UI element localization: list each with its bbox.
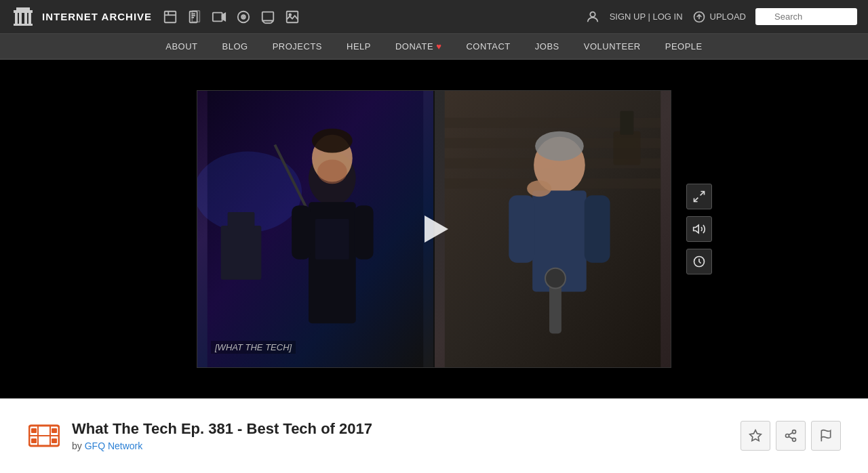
- svg-rect-1: [15, 13, 18, 24]
- play-triangle-icon: [425, 215, 448, 243]
- site-name: INTERNET ARCHIVE: [42, 11, 152, 22]
- svg-rect-2: [19, 13, 22, 24]
- info-bar: What The Tech Ep. 381 - Best Tech of 201…: [0, 398, 868, 473]
- svg-rect-51: [509, 195, 534, 263]
- svg-line-75: [789, 432, 793, 434]
- video-right-panel: [433, 91, 671, 367]
- nav-video-icon[interactable]: [212, 9, 226, 24]
- share-button[interactable]: [776, 421, 806, 451]
- nav-people[interactable]: PEOPLE: [653, 34, 715, 60]
- svg-rect-20: [262, 12, 274, 20]
- svg-rect-39: [355, 205, 374, 260]
- flag-button[interactable]: [811, 421, 841, 451]
- svg-rect-52: [585, 195, 610, 263]
- user-icon: [585, 9, 600, 24]
- favorite-button[interactable]: [741, 421, 770, 451]
- play-button[interactable]: [414, 209, 454, 249]
- archive-logo-icon: [11, 5, 35, 29]
- svg-rect-64: [31, 438, 37, 443]
- nav-right: SIGN UP | LOG IN UPLOAD 🔍: [585, 8, 857, 25]
- nav-software-icon[interactable]: [260, 9, 275, 24]
- nav-donate[interactable]: DONATE ♥: [383, 34, 454, 60]
- svg-rect-15: [213, 12, 222, 21]
- nav-web-icon[interactable]: [163, 9, 178, 24]
- nav-texts-icon[interactable]: [187, 9, 202, 24]
- svg-line-58: [701, 192, 705, 196]
- svg-rect-7: [165, 11, 176, 22]
- nav-about[interactable]: ABOUT: [153, 34, 210, 60]
- upload-label: UPLOAD: [710, 12, 746, 22]
- clock-button[interactable]: [686, 249, 712, 274]
- volume-button[interactable]: [686, 216, 712, 242]
- svg-rect-37: [315, 219, 349, 260]
- svg-point-72: [786, 434, 789, 438]
- author-link[interactable]: GFQ Network: [85, 440, 143, 451]
- svg-point-49: [535, 131, 584, 161]
- svg-point-42: [312, 129, 353, 153]
- svg-line-74: [789, 436, 793, 438]
- nav-jobs[interactable]: JOBS: [523, 34, 572, 60]
- search-wrapper[interactable]: 🔍: [755, 8, 857, 25]
- donate-heart-icon: ♥: [436, 41, 441, 52]
- svg-rect-6: [16, 7, 30, 10]
- svg-rect-3: [24, 13, 27, 24]
- nav-help[interactable]: HELP: [334, 34, 383, 60]
- svg-point-53: [527, 180, 551, 197]
- signup-login-link[interactable]: SIGN UP | LOG IN: [610, 12, 683, 22]
- svg-rect-66: [52, 438, 57, 443]
- svg-marker-16: [222, 13, 226, 20]
- item-title: What The Tech Ep. 381 - Best Tech of 201…: [72, 420, 372, 438]
- nav-audio-icon[interactable]: [236, 9, 251, 24]
- svg-rect-31: [221, 226, 262, 280]
- fullscreen-button[interactable]: [686, 184, 712, 209]
- nav-icons: [163, 9, 585, 24]
- top-navbar: INTERNET ARCHIVE: [0, 0, 868, 34]
- video-container: [WHAT THE TECH]: [197, 90, 671, 368]
- svg-marker-60: [694, 225, 698, 233]
- svg-rect-63: [31, 428, 37, 433]
- svg-marker-70: [750, 430, 762, 441]
- svg-rect-4: [28, 13, 31, 24]
- svg-point-25: [290, 14, 292, 16]
- svg-rect-56: [614, 131, 641, 165]
- action-buttons: [741, 421, 841, 451]
- nav-volunteer[interactable]: VOLUNTEER: [572, 34, 653, 60]
- by-line: by GFQ Network: [72, 440, 372, 451]
- nav-projects[interactable]: PROJECTS: [260, 34, 334, 60]
- film-icon: [27, 419, 61, 453]
- svg-rect-0: [14, 10, 33, 13]
- title-area: What The Tech Ep. 381 - Best Tech of 201…: [27, 419, 372, 453]
- logo-area[interactable]: INTERNET ARCHIVE: [11, 5, 152, 29]
- svg-rect-38: [292, 205, 311, 260]
- svg-point-41: [317, 160, 347, 184]
- svg-rect-5: [14, 24, 33, 26]
- nav-contact[interactable]: CONTACT: [454, 34, 522, 60]
- secondary-navbar: ABOUT BLOG PROJECTS HELP DONATE ♥ CONTAC…: [0, 34, 868, 60]
- svg-point-71: [793, 430, 796, 434]
- nav-blog[interactable]: BLOG: [210, 34, 260, 60]
- svg-line-59: [694, 198, 698, 202]
- svg-rect-65: [52, 428, 57, 433]
- svg-point-26: [590, 12, 595, 16]
- video-left-panel: [197, 91, 433, 367]
- nav-images-icon[interactable]: [285, 9, 300, 24]
- video-section: [WHAT THE TECH]: [0, 60, 868, 398]
- svg-point-55: [545, 268, 566, 289]
- svg-point-73: [793, 438, 796, 441]
- title-text-area: What The Tech Ep. 381 - Best Tech of 201…: [72, 420, 372, 451]
- svg-rect-32: [228, 212, 255, 229]
- svg-point-19: [243, 16, 244, 18]
- svg-rect-57: [620, 111, 634, 135]
- upload-button[interactable]: UPLOAD: [692, 10, 746, 24]
- side-controls: [686, 184, 712, 274]
- video-caption: [WHAT THE TECH]: [211, 341, 296, 354]
- search-input[interactable]: [755, 8, 857, 25]
